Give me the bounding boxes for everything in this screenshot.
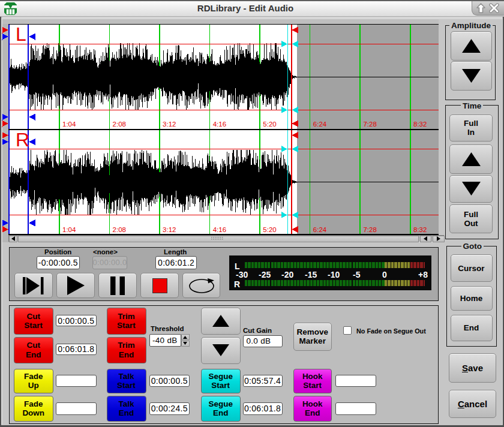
svg-text:2:08: 2:08 bbox=[113, 121, 126, 128]
svg-text:5:20: 5:20 bbox=[263, 226, 276, 233]
svg-text:3:12: 3:12 bbox=[163, 226, 176, 233]
svg-text:6:24: 6:24 bbox=[313, 226, 327, 233]
svg-text:7:28: 7:28 bbox=[363, 121, 376, 128]
svg-text:3:12: 3:12 bbox=[163, 121, 176, 128]
svg-text:8:32: 8:32 bbox=[413, 226, 427, 233]
svg-text:R: R bbox=[16, 129, 29, 151]
svg-text:2:08: 2:08 bbox=[113, 226, 126, 233]
svg-text:5:20: 5:20 bbox=[263, 121, 276, 128]
svg-text:L: L bbox=[16, 23, 26, 45]
svg-text:8:32: 8:32 bbox=[413, 121, 427, 128]
svg-text:1:04: 1:04 bbox=[62, 121, 76, 128]
svg-text:4:16: 4:16 bbox=[213, 121, 226, 128]
svg-text:1:04: 1:04 bbox=[62, 226, 76, 233]
svg-text:4:16: 4:16 bbox=[213, 226, 226, 233]
svg-text:6:24: 6:24 bbox=[313, 121, 327, 128]
svg-text:7:28: 7:28 bbox=[363, 226, 376, 233]
